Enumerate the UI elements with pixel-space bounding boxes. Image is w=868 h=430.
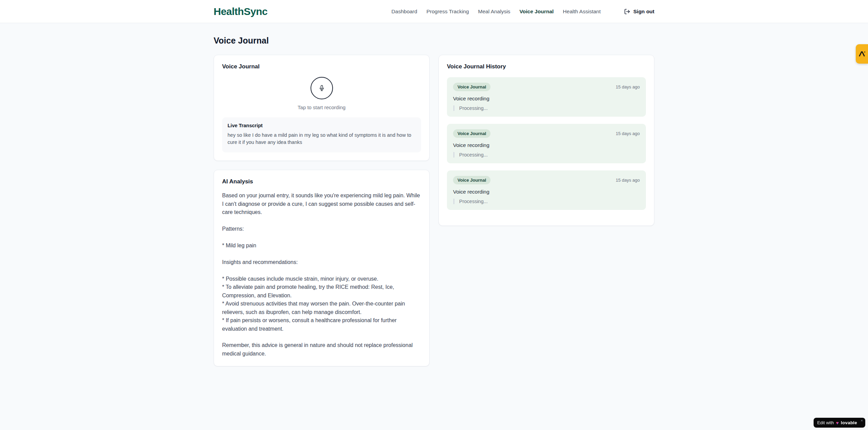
history-card-title: Voice Journal History [447, 63, 646, 70]
microphone-icon [318, 85, 325, 92]
history-entry[interactable]: Voice Journal 15 days ago Voice recordin… [447, 77, 646, 117]
nav-item-voice-journal[interactable]: Voice Journal [519, 9, 554, 15]
entry-timestamp: 15 days ago [616, 178, 640, 183]
lovable-side-badge[interactable] [856, 44, 868, 64]
nav-item-health-assistant[interactable]: Health Assistant [563, 9, 601, 15]
entry-type-badge: Voice Journal [453, 176, 490, 184]
entry-type-badge: Voice Journal [453, 129, 490, 138]
tap-to-record-hint: Tap to start recording [222, 104, 421, 110]
nav-item-progress-tracking[interactable]: Progress Tracking [427, 9, 469, 15]
entry-title: Voice recording [453, 189, 640, 195]
nav-item-meal-analysis[interactable]: Meal Analysis [478, 9, 511, 15]
history-entry[interactable]: Voice Journal 15 days ago Voice recordin… [447, 170, 646, 210]
history-entry[interactable]: Voice Journal 15 days ago Voice recordin… [447, 124, 646, 163]
sign-out-button[interactable]: Sign out [624, 9, 654, 15]
ai-analysis-text: Based on your journal entry, it sounds l… [222, 192, 421, 358]
recorder-card-title: Voice Journal [222, 63, 421, 70]
close-icon[interactable]: × [861, 418, 863, 423]
ai-analysis-title: AI Analysis [222, 178, 421, 185]
sign-out-icon [624, 9, 630, 15]
lovable-brand-label: lovable [841, 420, 857, 425]
edit-with-lovable-badge[interactable]: Edit with ♥ lovable × [814, 418, 865, 428]
live-transcript-text: hey so like I do have a mild pain in my … [228, 132, 416, 146]
main-nav: Dashboard Progress Tracking Meal Analysi… [391, 9, 654, 15]
main-content: Voice Journal Voice Journal [214, 23, 654, 366]
brand-logo[interactable]: HealthSync [214, 6, 267, 17]
lovable-logo-icon [858, 50, 866, 58]
entry-timestamp: 15 days ago [616, 131, 640, 136]
voice-journal-history-card: Voice Journal History Voice Journal 15 d… [438, 55, 654, 226]
record-button[interactable] [311, 77, 333, 99]
edit-with-label: Edit with [817, 420, 834, 425]
app-header: HealthSync Dashboard Progress Tracking M… [0, 0, 868, 23]
entry-status: Processing... [453, 199, 640, 204]
page-title: Voice Journal [214, 36, 654, 46]
live-transcript-box: Live Transcript hey so like I do have a … [222, 117, 421, 152]
entry-title: Voice recording [453, 142, 640, 148]
right-column: Voice Journal History Voice Journal 15 d… [438, 55, 654, 226]
live-transcript-title: Live Transcript [228, 123, 416, 128]
sign-out-label: Sign out [633, 9, 654, 15]
entry-type-badge: Voice Journal [453, 83, 490, 91]
entry-title: Voice recording [453, 96, 640, 102]
voice-recorder-card: Voice Journal Tap to start recordin [214, 55, 430, 161]
lovable-heart-icon: ♥ [836, 420, 839, 425]
entry-status: Processing... [453, 105, 640, 111]
nav-item-dashboard[interactable]: Dashboard [391, 9, 417, 15]
entry-status: Processing... [453, 152, 640, 158]
entry-timestamp: 15 days ago [616, 84, 640, 89]
left-column: Voice Journal Tap to start recordin [214, 55, 430, 366]
ai-analysis-card: AI Analysis Based on your journal entry,… [214, 170, 430, 366]
